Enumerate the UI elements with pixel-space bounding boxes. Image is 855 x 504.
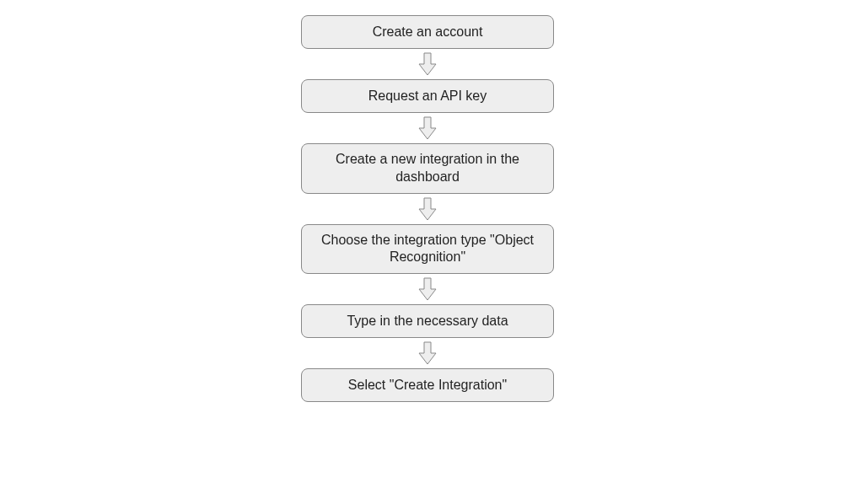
flow-step-label: Create an account	[373, 24, 483, 41]
down-arrow-icon	[418, 277, 437, 301]
flow-step-3: Create a new integration in the dashboar…	[301, 143, 554, 194]
flow-step-2: Request an API key	[301, 79, 554, 113]
down-arrow-icon	[418, 52, 437, 76]
down-arrow-icon	[418, 197, 437, 221]
flow-step-label: Type in the necessary data	[347, 313, 508, 330]
flow-step-5: Type in the necessary data	[301, 304, 554, 338]
flow-step-6: Select "Create Integration"	[301, 368, 554, 402]
flow-arrow	[418, 194, 437, 224]
down-arrow-icon	[418, 116, 437, 140]
down-arrow-icon	[418, 341, 437, 365]
flow-step-label: Choose the integration type "Object Reco…	[317, 232, 538, 267]
flow-arrow	[418, 338, 437, 368]
flow-step-1: Create an account	[301, 15, 554, 49]
flow-arrow	[418, 274, 437, 304]
flowchart: Create an account Request an API key Cre…	[301, 15, 554, 402]
flow-arrow	[418, 49, 437, 79]
flow-step-label: Select "Create Integration"	[348, 377, 507, 394]
flow-step-4: Choose the integration type "Object Reco…	[301, 224, 554, 275]
flow-step-label: Request an API key	[368, 88, 487, 105]
flow-step-label: Create a new integration in the dashboar…	[317, 151, 538, 186]
flow-arrow	[418, 113, 437, 143]
